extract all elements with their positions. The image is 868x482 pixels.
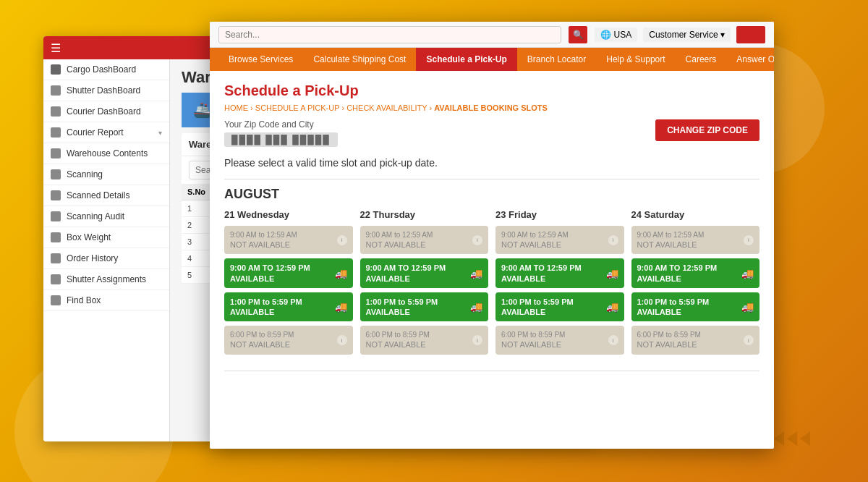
info-circle-icon: i: [744, 335, 754, 345]
breadcrumb-home: HOME: [224, 103, 248, 112]
truck-icon: 🚚: [335, 268, 347, 279]
nav-branch-locator[interactable]: Branch Locator: [517, 48, 596, 71]
zip-row: Your Zip Code and City ████ ███ █████ CH…: [224, 119, 760, 147]
time-slot-0-1[interactable]: 9:00 AM TO 12:59 PM AVAILABLE 🚚: [224, 258, 353, 288]
slot-time: 9:00 AM to 12:59 AM: [366, 230, 433, 240]
slot-status: AVAILABLE: [501, 307, 574, 317]
day-column-0: 21 Wednesday 9:00 AM to 12:59 AM NOT AVA…: [224, 209, 353, 359]
find-icon: [51, 295, 61, 305]
sidebar-item-label: Shutter Assignments: [67, 274, 146, 284]
sidebar-item-scanned-details[interactable]: Scanned Details: [43, 185, 169, 206]
slot-text: 9:00 AM TO 12:59 PM AVAILABLE: [230, 263, 310, 284]
slot-status: NOT AVAILABLE: [501, 339, 565, 350]
slot-status: AVAILABLE: [230, 274, 310, 284]
country-selector[interactable]: 🌐 USA: [595, 28, 637, 42]
sidebar-item-order-history[interactable]: Order History: [43, 248, 169, 269]
sidebar-item-label: Courier DashBoard: [67, 106, 141, 117]
schedule-title: Schedule a Pick-Up: [224, 83, 760, 99]
info-circle-icon: i: [472, 335, 482, 345]
dhl-search-input[interactable]: [218, 26, 561, 43]
slot-text: 6:00 PM to 8:59 PM NOT AVAILABLE: [501, 330, 565, 350]
slot-status: NOT AVAILABLE: [501, 240, 569, 250]
sidebar-item-find-box[interactable]: Find Box: [43, 290, 169, 311]
sidebar-item-label: Courier Report: [67, 127, 124, 138]
arrows-bottom-right: [774, 431, 810, 446]
slot-text: 1:00 PM to 5:59 PM AVAILABLE: [501, 297, 574, 318]
nav-help-support[interactable]: Help & Support: [596, 48, 675, 71]
customer-service-button[interactable]: Customer Service ▾: [643, 28, 731, 42]
slot-text: 9:00 AM to 12:59 AM NOT AVAILABLE: [637, 230, 705, 250]
day-header-1: 22 Thursday: [360, 209, 489, 220]
truck-icon: 🚚: [741, 268, 754, 279]
sea-icon: 🚢: [193, 101, 211, 119]
time-slot-3-1[interactable]: 9:00 AM TO 12:59 PM AVAILABLE 🚚: [631, 258, 760, 288]
dhl-nav-right: 🌐 USA Customer Service ▾: [595, 26, 765, 43]
scan-icon: [51, 169, 61, 179]
dhl-search-button[interactable]: 🔍: [569, 26, 587, 43]
slot-status: NOT AVAILABLE: [230, 339, 294, 350]
time-slot-2-2[interactable]: 1:00 PM to 5:59 PM AVAILABLE 🚚: [495, 292, 624, 322]
sidebar-item-scanning-audit[interactable]: Scanning Audit: [43, 206, 169, 227]
sidebar-item-scanning[interactable]: Scanning: [43, 164, 169, 185]
sidebar-item-courier-report[interactable]: Courier Report ▾: [43, 122, 169, 143]
breadcrumb: HOME › SCHEDULE A PICK-UP › CHECK AVAILA…: [224, 103, 760, 112]
slot-status: AVAILABLE: [637, 307, 710, 317]
info-circle-icon: i: [337, 235, 347, 245]
scanned-icon: [51, 190, 61, 200]
assign-icon: [51, 274, 61, 284]
sidebar-item-warehouse-contents[interactable]: Warehouse Contents: [43, 143, 169, 164]
audit-icon: [51, 211, 61, 221]
sidebar-item-label: Cargo DashBoard: [67, 64, 136, 75]
slot-status: AVAILABLE: [366, 307, 438, 317]
truck-icon: 🚚: [741, 301, 754, 313]
divider-top: [224, 179, 760, 179]
slot-status: AVAILABLE: [501, 274, 582, 284]
nav-answer-survey[interactable]: Answer Our Survey: [726, 48, 774, 71]
slot-time: 9:00 AM to 12:59 AM: [230, 230, 297, 240]
time-slot-1-2[interactable]: 1:00 PM to 5:59 PM AVAILABLE 🚚: [360, 292, 489, 322]
slot-time: 9:00 AM TO 12:59 PM: [230, 263, 310, 273]
sidebar-item-shutter-dashboard[interactable]: Shutter DashBoard: [43, 80, 169, 101]
slot-time: 6:00 PM to 8:59 PM: [230, 330, 294, 339]
divider-bottom: [224, 371, 760, 371]
info-circle-icon: i: [337, 335, 347, 345]
info-circle-icon: i: [608, 335, 618, 345]
time-slot-1-1[interactable]: 9:00 AM TO 12:59 PM AVAILABLE 🚚: [360, 258, 489, 288]
sidebar-item-cargo-dashboard[interactable]: Cargo DashBoard: [43, 59, 169, 80]
sidebar-item-shutter-assignments[interactable]: Shutter Assignments: [43, 269, 169, 290]
info-circle-icon: i: [472, 235, 482, 245]
hamburger-icon[interactable]: ☰: [51, 41, 61, 55]
box-icon: [51, 232, 61, 242]
dhl-logo: [736, 26, 765, 43]
day-header-2: 23 Friday: [495, 209, 624, 220]
month-label: AUGUST: [224, 187, 760, 202]
slot-text: 9:00 AM TO 12:59 PM AVAILABLE: [637, 263, 718, 284]
slot-text: 9:00 AM TO 12:59 PM AVAILABLE: [501, 263, 582, 284]
schedule-content: Schedule a Pick-Up HOME › SCHEDULE A PIC…: [210, 71, 774, 449]
truck-icon: 🚚: [606, 268, 618, 279]
time-slot-2-3: 6:00 PM to 8:59 PM NOT AVAILABLE i: [495, 326, 624, 354]
truck-icon: 🚚: [335, 301, 347, 313]
courier-icon: [51, 106, 61, 117]
time-slot-3-2[interactable]: 1:00 PM to 5:59 PM AVAILABLE 🚚: [631, 292, 760, 322]
sidebar-item-box-weight[interactable]: Box Weight: [43, 227, 169, 248]
report-icon: [51, 127, 61, 138]
time-slot-3-0: 9:00 AM to 12:59 AM NOT AVAILABLE i: [631, 226, 760, 254]
slot-text: 1:00 PM to 5:59 PM AVAILABLE: [230, 297, 302, 318]
nav-browse-services[interactable]: Browse Services: [218, 48, 303, 71]
dhl-topnav: 🔍 🌐 USA Customer Service ▾: [210, 22, 774, 48]
nav-calculate-shipping[interactable]: Calculate Shipping Cost: [303, 48, 416, 71]
time-slot-0-2[interactable]: 1:00 PM to 5:59 PM AVAILABLE 🚚: [224, 292, 353, 322]
calendar-grid: 21 Wednesday 9:00 AM to 12:59 AM NOT AVA…: [224, 209, 760, 359]
nav-careers[interactable]: Careers: [676, 48, 727, 71]
change-zip-button[interactable]: CHANGE ZIP CODE: [655, 119, 760, 141]
info-circle-icon: i: [608, 235, 618, 245]
shutter-icon: [51, 85, 61, 96]
time-slot-1-3: 6:00 PM to 8:59 PM NOT AVAILABLE i: [360, 326, 489, 354]
nav-schedule-pickup[interactable]: Schedule a Pick-Up: [416, 48, 516, 71]
day-column-1: 22 Thursday 9:00 AM to 12:59 AM NOT AVAI…: [360, 209, 489, 359]
time-slot-2-1[interactable]: 9:00 AM TO 12:59 PM AVAILABLE 🚚: [495, 258, 624, 288]
slot-time: 6:00 PM to 8:59 PM: [366, 330, 430, 339]
sidebar-item-courier-dashboard[interactable]: Courier DashBoard: [43, 101, 169, 122]
arrow-left-3: [800, 431, 810, 446]
